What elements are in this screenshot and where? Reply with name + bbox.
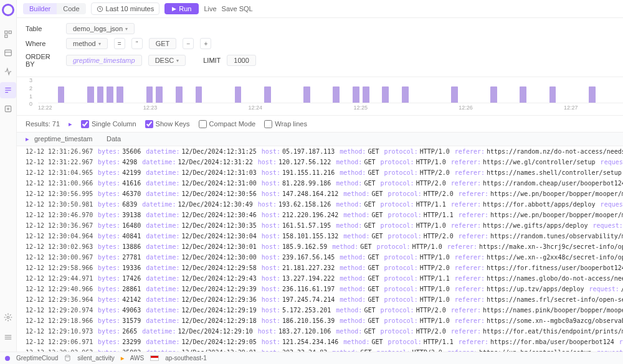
log-row[interactable]: 12-12 12:29:20.974bytes:49063datetime:12… [17,305,623,315]
row-timestamp: 12-12 12:29:18.966 [26,317,93,324]
chart-bar[interactable] [549,86,556,103]
log-row[interactable]: 12-12 12:30:00.967bytes:27781datetime:12… [17,252,623,263]
save-sql-link[interactable]: Save SQL [222,5,253,12]
nav-settings-icon[interactable] [0,309,16,325]
header-toggle-icon[interactable]: ▸ [26,135,29,143]
log-row[interactable]: 12-12 12:30:04.964bytes:40841datetime:12… [17,231,623,241]
log-row[interactable]: 12-12 12:31:04.965bytes:42199datetime:12… [17,167,623,178]
limit-input[interactable]: 1000 [227,55,255,66]
row-timestamp: 12-12 12:31:00.966 [26,180,93,187]
log-row[interactable]: 12-12 12:29:58.966bytes:19336datetime:12… [17,263,623,273]
tab-code[interactable]: Code [57,3,85,14]
brand-dot-icon [5,356,10,361]
nav-menu-icon[interactable] [0,329,16,345]
row-timestamp: 12-12 12:29:44.971 [26,275,93,282]
chart-bar[interactable] [402,86,409,103]
chart-bar[interactable] [363,86,369,103]
chart-bar[interactable] [303,86,310,103]
main-content: Builder Code Last 10 minutes ▶ Run Live … [17,0,623,364]
log-row[interactable]: 12-12 12:30:02.963bytes:13886datetime:12… [17,241,623,252]
run-button[interactable]: ▶ Run [164,3,199,14]
nav-metrics-icon[interactable] [0,63,16,80]
chart-bar[interactable] [196,86,202,103]
row-timestamp: 12-12 12:30:02.963 [26,243,93,250]
orderby-field-select[interactable]: greptime_timestamp [66,55,142,66]
chart-bar[interactable] [146,86,153,103]
log-row[interactable]: 12-12 12:31:22.967bytes:4298datetime:12/… [17,157,623,167]
svg-rect-3 [5,50,12,55]
where-value-input[interactable]: GET [149,38,177,49]
log-row[interactable]: 12-12 12:29:10.973bytes:2665datetime:12/… [17,326,623,337]
where-label: Where [26,40,60,47]
chart-bar[interactable] [58,86,65,103]
chart-bar[interactable] [520,86,526,103]
quote-toggle[interactable]: " [131,38,143,49]
chart-bar[interactable] [353,86,359,103]
time-range-button[interactable]: Last 10 minutes [91,2,160,15]
where-op-select[interactable]: = [114,38,125,49]
nav-ingest-icon[interactable] [0,101,16,117]
single-column-toggle[interactable]: Single Column [81,120,136,128]
row-timestamp: 12-12 12:29:58.966 [26,264,93,271]
log-row[interactable]: 12-12 12:29:40.966bytes:28861datetime:12… [17,284,623,294]
ytick: 0 [29,101,32,107]
live-link[interactable]: Live [204,5,216,12]
orderby-dir-select[interactable]: DESC▾ [148,55,186,66]
svg-rect-2 [5,35,7,37]
log-row[interactable]: 12-12 12:31:26.967bytes:35606datetime:12… [17,146,623,157]
chart-bar[interactable] [451,86,458,103]
log-row[interactable]: 12-12 12:30:46.970bytes:39138datetime:12… [17,210,623,220]
xtick: 12:23 [143,105,158,111]
tab-builder[interactable]: Builder [23,3,57,14]
table-select[interactable]: demo_logs_json▾ [66,23,135,34]
svg-point-16 [65,355,70,357]
chart-bar[interactable] [117,86,123,103]
column-data: Data [107,135,121,143]
xtick: 12:24 [249,105,263,111]
chart-bar[interactable] [490,86,497,103]
row-timestamp: 12-12 12:29:36.964 [26,296,93,303]
chart-bar[interactable] [107,86,113,103]
nav-logs-icon[interactable] [0,82,16,98]
log-row[interactable]: 12-12 12:31:00.966bytes:41616datetime:12… [17,178,623,189]
log-row[interactable]: 12-12 12:30:36.967bytes:16480datetime:12… [17,220,623,231]
row-timestamp: 12-12 12:29:20.974 [26,307,93,314]
row-timestamp: 12-12 12:30:04.964 [26,233,93,240]
compact-mode-toggle[interactable]: Compact Mode [199,120,256,128]
table-label: Table [26,25,60,32]
ytick: 1 [29,93,32,100]
footer-region: ap-southeast-1 [165,355,207,362]
xtick: 12:22 [38,105,52,111]
wrap-lines-toggle[interactable]: Wrap lines [264,120,307,128]
results-count: Results: 71 [26,120,60,128]
add-where-button[interactable]: + [200,38,211,49]
row-timestamp: 12-12 12:29:06.971 [26,338,93,345]
nav-tables-icon[interactable] [0,45,16,61]
log-row[interactable]: 12-12 12:29:36.964bytes:42142datetime:12… [17,294,623,305]
log-rows: 12-12 12:31:26.967bytes:35606datetime:12… [17,146,623,364]
log-row[interactable]: 12-12 12:30:56.995bytes:46370datetime:12… [17,189,623,199]
row-timestamp: 12-12 12:30:56.995 [26,190,93,197]
chart-bar[interactable] [176,86,183,103]
row-timestamp: 12-12 12:30:50.981 [26,201,93,208]
chart-bar[interactable] [235,86,242,103]
chart-bar[interactable] [156,86,163,103]
chart-bar[interactable] [97,86,104,103]
column-timestamp: greptime_timestam [34,135,102,143]
results-dropdown-icon[interactable]: ▸ [69,120,72,128]
log-row[interactable]: 12-12 12:29:18.966bytes:31579datetime:12… [17,315,623,326]
log-row[interactable]: 12-12 12:29:06.971bytes:23299datetime:12… [17,337,623,347]
show-keys-toggle[interactable]: Show Keys [145,120,190,128]
where-field-select[interactable]: method▾ [66,38,108,49]
chart-bar[interactable] [382,86,389,103]
chart-bar[interactable] [264,86,271,103]
results-bar: Results: 71 ▸ Single Column Show Keys Co… [17,116,623,133]
remove-where-button[interactable]: − [183,38,194,49]
log-row[interactable]: 12-12 12:30:50.981bytes:6839datetime:12/… [17,199,623,210]
log-row[interactable]: 12-12 12:29:44.971bytes:17426datetime:12… [17,273,623,284]
nav-dashboard-icon[interactable] [0,26,16,42]
chart-bar[interactable] [589,86,596,103]
chart-bar[interactable] [87,86,94,103]
chart-bar[interactable] [333,86,340,103]
xtick: 12:27 [564,105,578,111]
